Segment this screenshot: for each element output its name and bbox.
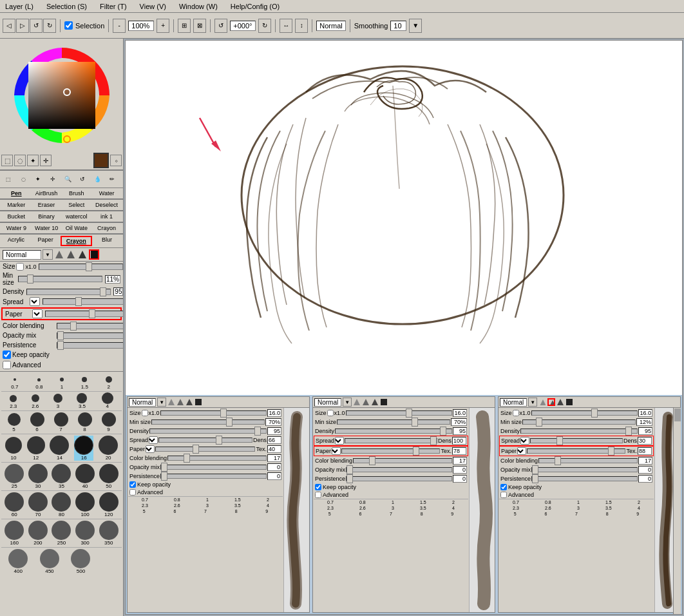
opacitymix-slider[interactable] (57, 332, 124, 339)
brushsize-300[interactable]: 300 (75, 521, 95, 546)
canvas-area[interactable]: Normal ▼ Size (124, 39, 684, 616)
brushsize-200[interactable]: 200 (28, 521, 48, 546)
sp1-size-slider[interactable] (160, 410, 267, 416)
tool-lasso[interactable]: ◌ (16, 172, 30, 186)
brushsize-4[interactable]: 4 (102, 393, 113, 409)
sp1-keepop-cb[interactable] (129, 481, 136, 488)
sp2-keepop-cb[interactable] (315, 484, 321, 490)
brushsize-400[interactable]: 400 (8, 549, 28, 574)
density-value[interactable]: 95 (113, 287, 123, 296)
nav-back-btn[interactable]: ◁ (3, 19, 15, 33)
sp1-shape1[interactable] (167, 398, 175, 406)
sp2-density-slider[interactable] (335, 428, 452, 434)
tool-crayon[interactable]: Crayon (91, 224, 122, 232)
sp1-minsize-slider[interactable] (151, 419, 265, 425)
sp3-mode-dropdown[interactable]: ▼ (528, 398, 537, 407)
brushsize-160[interactable]: 160 (5, 521, 24, 546)
tool-watercol[interactable]: watercol (62, 213, 92, 220)
sp2-size-cb[interactable] (327, 410, 334, 416)
keep-opacity-checkbox[interactable] (3, 351, 11, 359)
eye-dropper-btn[interactable]: ⬦ (110, 155, 122, 166)
shape-tri3[interactable] (77, 249, 88, 260)
nav-undo-btn[interactable]: ↺ (30, 19, 43, 33)
brushsize-14[interactable]: 14 (50, 436, 69, 461)
brushsize-30[interactable]: 30 (28, 464, 48, 489)
tool-move[interactable]: ✛ (46, 172, 60, 186)
menu-view[interactable]: View (V) (137, 2, 169, 11)
tool-paper[interactable]: Paper (31, 236, 61, 246)
brushsize-120[interactable]: 120 (99, 492, 119, 517)
brushsize-3-5[interactable]: 3.5 (77, 393, 87, 409)
minsize-value[interactable]: 11% (105, 275, 120, 284)
tool-eyedrop[interactable]: 💧 (90, 172, 104, 186)
advanced-section[interactable]: Advanced (3, 361, 120, 369)
brushsize-2[interactable]: 2 (106, 375, 112, 390)
brushsize-40[interactable]: 40 (75, 464, 95, 489)
sp2-shape3[interactable] (371, 398, 379, 406)
sp3-keepop-label[interactable]: Keep opacity (499, 483, 654, 491)
persistence-slider[interactable] (57, 342, 124, 349)
brushsize-25[interactable]: 25 (5, 464, 24, 489)
tool-magic[interactable]: ✦ (31, 172, 45, 186)
selection-label[interactable]: Selection (75, 22, 104, 30)
sp1-cb-slider[interactable] (167, 456, 267, 461)
sp3-adv[interactable]: Advanced (499, 491, 654, 499)
sp2-shape4[interactable] (380, 398, 388, 406)
brushsize-8[interactable]: 8 (78, 412, 92, 432)
subtool-deselect[interactable]: Deselect (91, 201, 122, 209)
sp3-shape3[interactable] (556, 398, 564, 406)
brush-tab-brush[interactable]: Brush (62, 189, 92, 197)
sp1-adv-cb[interactable] (129, 489, 136, 496)
sp3-size-cb[interactable] (513, 410, 519, 416)
tool-crayon2[interactable]: Crayon (61, 236, 93, 246)
brushsize-9[interactable]: 9 (102, 412, 116, 432)
sp3-spread-slider[interactable] (530, 438, 623, 443)
shape-rect-selected[interactable] (89, 249, 99, 260)
sp2-pers-slider[interactable] (346, 476, 452, 481)
brushsize-1[interactable]: 1 (60, 375, 64, 390)
brushsize-250[interactable]: 250 (52, 521, 71, 546)
select-rect-tool[interactable]: ⬚ (1, 155, 13, 166)
size-slider[interactable] (39, 264, 123, 270)
sp1-mode-dropdown[interactable]: ▼ (157, 398, 166, 407)
sp1-paper-slider[interactable] (155, 447, 255, 452)
sp3-cb-slider[interactable] (538, 458, 638, 463)
subtool-marker[interactable]: Marker (1, 201, 32, 209)
sp2-spread-slider[interactable] (345, 438, 437, 443)
sp2-paper-slider[interactable] (341, 448, 440, 454)
zoom-value[interactable]: 100% (128, 21, 154, 31)
sp1-mode[interactable]: Normal (129, 398, 156, 407)
colorblend-slider[interactable] (57, 323, 124, 329)
sp2-shape1[interactable] (353, 398, 361, 406)
brushsize-3[interactable]: 3 (53, 393, 62, 409)
sp1-size-cb[interactable] (142, 410, 148, 416)
sp3-size-slider[interactable] (531, 410, 638, 416)
subtool-eraser[interactable]: Eraser (32, 201, 62, 209)
sp2-adv-cb[interactable] (315, 492, 321, 498)
sp3-spread-dd[interactable]: ▼ (520, 437, 529, 445)
sp1-paper-dd[interactable]: ▼ (146, 445, 155, 453)
brush-tab-pen[interactable]: Pen (1, 189, 32, 197)
brushsize-50[interactable]: 50 (99, 464, 119, 489)
menu-filter[interactable]: Filter (T) (97, 2, 129, 11)
minsize-slider[interactable] (18, 276, 102, 282)
brushsize-0-7[interactable]: 0.7 (11, 375, 18, 390)
spread-slider[interactable] (43, 298, 124, 305)
nav-redo-btn[interactable]: ↻ (43, 19, 56, 33)
smoothing-dropdown[interactable]: ▼ (409, 19, 422, 33)
sp3-scrollbar[interactable] (673, 408, 681, 613)
sp2-paper-dd[interactable]: ▼ (332, 447, 341, 455)
sp1-density-slider[interactable] (149, 428, 267, 434)
sp3-keepop-cb[interactable] (500, 484, 507, 490)
sp3-paper-slider[interactable] (527, 448, 625, 454)
sp3-mode[interactable]: Normal (500, 398, 527, 407)
fit-btn[interactable]: ⊞ (178, 19, 191, 33)
sp3-pers-slider[interactable] (531, 476, 638, 481)
brushsize-80[interactable]: 80 (52, 492, 71, 517)
tool-rotate[interactable]: ↺ (75, 172, 90, 186)
tool-binary[interactable]: Binary (32, 213, 62, 220)
select-magic-tool[interactable]: ✦ (27, 155, 39, 166)
menu-help[interactable]: Help/Config (O) (228, 2, 282, 11)
brushsize-12[interactable]: 12 (27, 436, 45, 461)
brushsize-450[interactable]: 450 (40, 549, 59, 574)
